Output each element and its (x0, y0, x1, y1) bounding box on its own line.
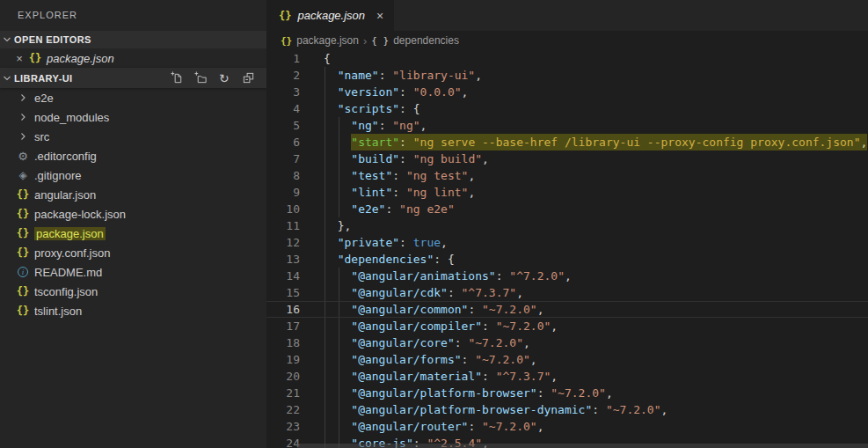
tree-item-e2e[interactable]: e2e (0, 88, 266, 107)
code-line-11[interactable]: 11 }, (266, 217, 868, 234)
json-file-icon: {} (14, 285, 32, 297)
code-line-3[interactable]: 3 "version": "0.0.0", (266, 84, 868, 100)
code-token: "ng e2e" (399, 201, 455, 217)
code-token (324, 318, 351, 334)
collapse-all-icon[interactable] (241, 71, 255, 85)
code-token: : (379, 117, 393, 134)
code-token: "~7.2.0" (496, 318, 551, 334)
code-line-14[interactable]: 14 "@angular/animations": "^7.2.0", (266, 268, 868, 284)
code-token: "@angular/platform-browser-dynamic" (351, 401, 592, 418)
code-editor[interactable]: 1{2 "name": "library-ui",3 "version": "0… (266, 50, 868, 448)
code-token: : (592, 401, 606, 418)
tree-item-readme-md[interactable]: iREADME.md (0, 262, 266, 282)
horizontal-scrollbar[interactable] (297, 444, 868, 448)
line-number: 11 (266, 217, 324, 234)
tree-item--gitignore[interactable]: ◈.gitignore (0, 165, 266, 185)
code-line-8[interactable]: 8 "test": "ng test", (266, 167, 868, 184)
code-token: "@angular/forms" (351, 351, 461, 368)
code-token: }, (324, 217, 351, 234)
refresh-icon[interactable]: ↻ (217, 71, 231, 85)
code-line-19[interactable]: 19 "@angular/forms": "~7.2.0", (266, 351, 868, 368)
code-token (324, 134, 351, 151)
tree-item-label: src (34, 130, 49, 143)
code-line-6[interactable]: 6 "start": "ng serve --base-href /librar… (266, 134, 868, 151)
tree-item-src[interactable]: src (0, 127, 266, 146)
open-editors-header[interactable]: OPEN EDITORS (0, 31, 266, 48)
breadcrumb-item-symbol[interactable]: dependencies (393, 34, 459, 47)
editor-group: {} package.json × {} package.json › { } … (266, 0, 868, 448)
code-token: : { (399, 100, 419, 117)
tree-item-label: e2e (34, 92, 54, 105)
code-line-17[interactable]: 17 "@angular/compiler": "~7.2.0", (266, 318, 868, 334)
code-line-10[interactable]: 10 "e2e": "ng e2e" (266, 201, 868, 217)
code-token: : (392, 167, 406, 184)
tab-close-icon[interactable]: × (376, 9, 383, 23)
code-token (324, 284, 351, 301)
breadcrumb-item-file[interactable]: package.json (296, 34, 359, 47)
code-token: , (523, 334, 530, 351)
code-token: : { (434, 251, 454, 268)
code-token: "start" (351, 134, 399, 151)
code-token: , (516, 284, 523, 301)
tab-package-json[interactable]: {} package.json × (266, 0, 394, 31)
code-line-7[interactable]: 7 "build": "ng build", (266, 151, 868, 167)
code-token (324, 418, 351, 435)
code-token: : (379, 67, 393, 84)
code-line-16[interactable]: 16 "@angular/common": "~7.2.0", (266, 301, 868, 318)
code-line-9[interactable]: 9 "lint": "ng lint", (266, 184, 868, 201)
code-token: "^7.3.7" (496, 368, 551, 385)
code-line-12[interactable]: 12 "private": true, (266, 234, 868, 251)
tree-item--editorconfig[interactable]: ⚙.editorconfig (0, 146, 266, 165)
code-token (324, 167, 351, 184)
code-token: "@angular/compiler" (351, 318, 482, 334)
code-line-1[interactable]: 1{ (266, 50, 868, 67)
close-icon[interactable]: × (12, 52, 26, 65)
code-token: "build" (351, 151, 399, 167)
code-line-15[interactable]: 15 "@angular/cdk": "^7.3.7", (266, 284, 868, 301)
code-line-4[interactable]: 4 "scripts": { (266, 100, 868, 117)
code-token (324, 351, 351, 368)
code-line-23[interactable]: 23 "@angular/router": "~7.2.0", (266, 418, 868, 435)
code-token: , (661, 401, 668, 418)
open-editor-item-package-json[interactable]: × {} package.json (0, 48, 266, 68)
code-token: "~7.2.0" (606, 401, 661, 418)
code-token: , (551, 318, 558, 334)
code-line-21[interactable]: 21 "@angular/platform-browser": "~7.2.0"… (266, 385, 868, 401)
tree-item-tsconfig-json[interactable]: {}tsconfig.json (0, 282, 266, 301)
code-token: "@angular/platform-browser" (351, 385, 536, 401)
code-line-18[interactable]: 18 "@angular/core": "~7.2.0", (266, 334, 868, 351)
code-token: "library-ui" (392, 67, 475, 84)
code-token: : (496, 268, 510, 284)
tree-item-package-lock-json[interactable]: {}package-lock.json (0, 204, 266, 224)
line-number: 17 (266, 318, 324, 334)
code-token: : (399, 151, 413, 167)
code-token: : (399, 134, 413, 151)
code-line-2[interactable]: 2 "name": "library-ui", (266, 67, 868, 84)
json-file-icon: {} (14, 208, 32, 220)
code-token (324, 117, 351, 134)
gear-icon: ⚙ (14, 150, 32, 163)
tree-item-tslint-json[interactable]: {}tslint.json (0, 301, 266, 320)
code-token: , (861, 134, 868, 151)
line-number: 20 (266, 368, 324, 385)
code-line-5[interactable]: 5 "ng": "ng", (266, 117, 868, 134)
code-token: , (420, 117, 427, 134)
tree-item-angular-json[interactable]: {}angular.json (0, 185, 266, 204)
new-folder-icon[interactable] (193, 71, 208, 85)
code-line-20[interactable]: 20 "@angular/material": "^7.3.7", (266, 368, 868, 385)
new-file-icon[interactable] (170, 71, 184, 85)
line-number: 8 (266, 167, 324, 184)
project-name-label: LIBRARY-UI (14, 73, 73, 84)
tree-item-node-modules[interactable]: node_modules (0, 107, 266, 127)
code-token: "@angular/animations" (351, 268, 495, 284)
code-token (324, 401, 351, 418)
line-number: 7 (266, 151, 324, 167)
project-section-header[interactable]: LIBRARY-UI ↻ (0, 68, 266, 88)
code-token: , (537, 418, 544, 435)
tree-item-package-json[interactable]: {}package.json (0, 224, 266, 243)
json-file-icon: {} (279, 10, 291, 22)
code-token: "^7.3.7" (462, 284, 517, 301)
tree-item-proxy-conf-json[interactable]: {}proxy.conf.json (0, 243, 266, 262)
code-line-22[interactable]: 22 "@angular/platform-browser-dynamic": … (266, 401, 868, 418)
code-line-13[interactable]: 13 "dependencies": { (266, 251, 868, 268)
